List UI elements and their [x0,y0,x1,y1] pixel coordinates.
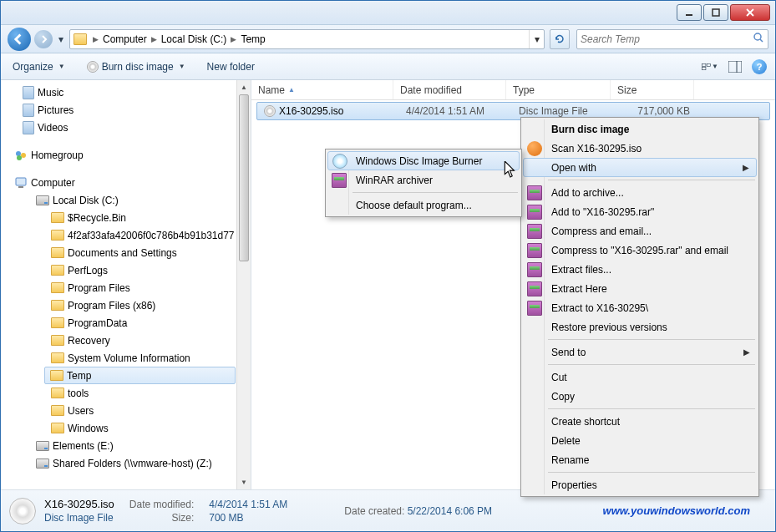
ctx-open-with[interactable]: Open with▶ [523,158,757,177]
ctx-add-to-archive[interactable]: Add to archive... [523,183,757,202]
address-dropdown[interactable]: ▾ [529,30,544,48]
winrar-icon [527,224,542,239]
context-menu: Burn disc image Scan X16-30295.iso Open … [520,117,759,497]
sidebar-folder-item[interactable]: $Recycle.Bin [4,209,251,226]
search-icon[interactable] [753,32,764,46]
submenu-winrar[interactable]: WinRAR archiver [327,170,520,190]
ctx-send-to[interactable]: Send to▶ [523,342,757,362]
sidebar-folder-item[interactable]: Documents and Settings [4,244,251,261]
breadcrumb-drive[interactable]: Local Disk (C:) [160,33,229,45]
status-size: 700 MB [209,512,287,524]
sidebar-library-music[interactable]: Music [4,84,251,101]
menu-separator [352,192,518,193]
sidebar-folder-item[interactable]: Windows [4,419,251,437]
ctx-label: Choose default program... [356,200,472,211]
sidebar-folder-item[interactable]: 4f2af33afa42006f0c786b4b91b31d77 [4,226,251,244]
winrar-icon [527,243,542,258]
svg-line-5 [760,39,763,42]
new-folder-button[interactable]: New folder [204,59,258,74]
forward-button[interactable] [34,30,53,48]
ctx-rename[interactable]: Rename [523,450,757,469]
winrar-icon [527,205,542,220]
sidebar-folder-item[interactable]: Temp [44,367,236,384]
tree-label: Videos [38,122,68,134]
scroll-down-button[interactable]: ▼ [237,475,251,489]
newfolder-label: New folder [207,61,255,73]
sidebar-folder-item[interactable]: Recovery [4,332,251,349]
ctx-restore-versions[interactable]: Restore previous versions [523,317,757,337]
ctx-create-shortcut[interactable]: Create shortcut [523,412,757,431]
tree-label: System Volume Information [68,352,190,364]
back-button[interactable] [8,28,31,51]
ctx-compress-email[interactable]: Compress and email... [523,221,757,241]
maximize-button[interactable] [703,4,728,21]
column-size[interactable]: Size [611,80,694,99]
svg-rect-15 [18,186,23,188]
chevron-right-icon[interactable]: ▶ [90,35,101,43]
chevron-right-icon[interactable]: ▶ [149,35,160,43]
scroll-thumb[interactable] [239,94,249,261]
sidebar-folder-item[interactable]: ProgramData [4,314,251,332]
breadcrumb-folder[interactable]: Temp [239,33,266,45]
ctx-add-to-rar[interactable]: Add to "X16-30295.rar" [523,202,757,221]
sidebar-drive-c[interactable]: Local Disk (C:) [4,191,251,209]
column-type[interactable]: Type [506,80,611,99]
disc-burner-icon [332,154,347,169]
address-bar[interactable]: ▶ Computer ▶ Local Disk (C:) ▶ Temp ▾ [69,29,545,49]
sidebar-scrollbar[interactable]: ▲ ▼ [236,80,251,489]
window-titlebar [1,1,775,25]
menu-separator [548,180,755,180]
folder-icon [51,405,64,416]
ctx-extract-to[interactable]: Extract to X16-30295\ [523,298,757,317]
history-dropdown[interactable]: ▾ [56,31,66,48]
sidebar-folder-item[interactable]: PerfLogs [4,261,251,279]
ctx-compress-rar-email[interactable]: Compress to "X16-30295.rar" and email [523,241,757,260]
organize-menu[interactable]: Organize▼ [9,59,68,74]
ctx-properties[interactable]: Properties [523,475,757,494]
close-button[interactable] [730,4,770,21]
submenu-disc-burner[interactable]: Windows Disc Image Burner [327,151,520,170]
ctx-copy[interactable]: Copy [523,387,757,406]
navigation-pane: Music Pictures Videos Homegroup Computer… [1,80,251,489]
column-date[interactable]: Date modified [393,80,506,99]
ctx-scan[interactable]: Scan X16-30295.iso [523,139,757,158]
burn-disc-button[interactable]: Burn disc image▼ [84,59,189,74]
sidebar-library-videos[interactable]: Videos [4,119,251,136]
submenu-choose-default[interactable]: Choose default program... [327,195,520,215]
watermark-text: www.youwindowsworld.com [603,504,750,517]
chevron-right-icon[interactable]: ▶ [228,35,239,43]
view-options-button[interactable]: ▼ [702,59,718,74]
sidebar-folder-item[interactable]: tools [4,384,251,402]
sidebar-folder-item[interactable]: Users [4,402,251,419]
sidebar-folder-item[interactable]: Program Files (x86) [4,296,251,314]
tree-label: Homegroup [31,149,84,161]
search-input[interactable] [581,33,753,45]
sidebar-drive-e[interactable]: Elements (E:) [4,437,251,454]
tree-label: $Recycle.Bin [68,212,126,224]
sidebar-folder-item[interactable]: System Volume Information [4,349,251,367]
file-type: Disc Image File [512,105,616,117]
scroll-up-button[interactable]: ▲ [237,80,251,94]
ctx-cut[interactable]: Cut [523,367,757,387]
sidebar-library-pictures[interactable]: Pictures [4,101,251,119]
status-created-label: Date created: [344,505,404,517]
sidebar-drive-z[interactable]: Shared Folders (\\vmware-host) (Z:) [4,454,251,472]
column-name[interactable]: Name▲ [251,80,393,99]
sidebar-folder-item[interactable]: Program Files [4,279,251,296]
ctx-label: Scan X16-30295.iso [551,143,642,155]
status-modified-label: Date modified: [129,499,194,510]
search-box[interactable] [576,29,768,49]
ctx-extract-here[interactable]: Extract Here [523,279,757,298]
refresh-button[interactable] [550,29,570,49]
breadcrumb-computer[interactable]: Computer [101,33,149,45]
svg-rect-7 [707,63,710,66]
ctx-burn-disc-image[interactable]: Burn disc image [523,119,757,139]
ctx-extract-files[interactable]: Extract files... [523,260,757,279]
help-button[interactable]: ? [752,59,767,74]
sidebar-computer[interactable]: Computer [4,174,251,191]
sidebar-homegroup[interactable]: Homegroup [4,146,251,164]
svg-rect-14 [16,178,26,185]
ctx-delete[interactable]: Delete [523,431,757,450]
preview-pane-button[interactable] [727,59,743,74]
minimize-button[interactable] [677,4,702,21]
